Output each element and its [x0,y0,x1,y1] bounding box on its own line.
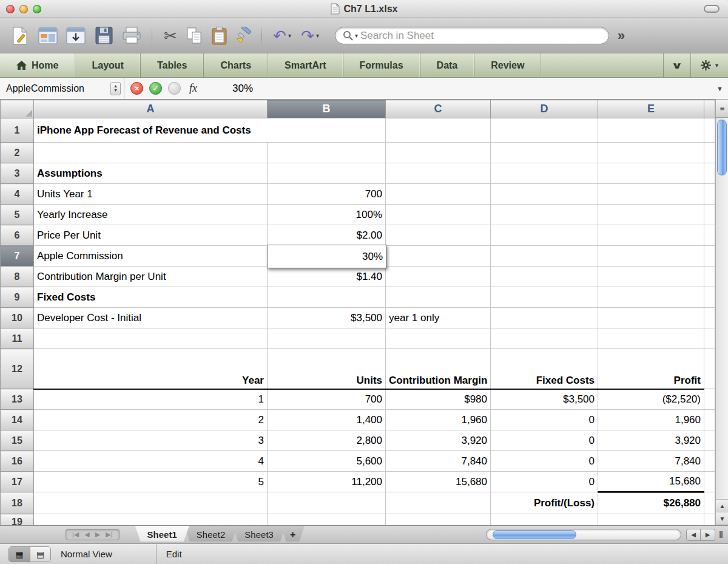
cell[interactable] [598,246,704,267]
row-header[interactable]: 8 [1,267,34,287]
cell-a17[interactable]: 5 [34,472,268,492]
row-header[interactable]: 14 [1,410,34,430]
name-box-stepper[interactable] [110,82,121,95]
cell[interactable] [598,143,704,163]
scroll-right-button[interactable] [701,529,715,541]
row-header[interactable]: 11 [1,328,34,349]
cell[interactable] [491,246,598,267]
cell[interactable] [386,205,491,225]
row-header[interactable]: 16 [1,451,34,472]
paste-button[interactable] [207,22,231,49]
cell[interactable] [491,143,598,163]
row-header[interactable]: 5 [1,205,34,225]
cell-d18[interactable]: Profit/(Loss) [491,492,598,514]
cell-a16[interactable]: 4 [34,451,268,472]
cell[interactable] [386,267,491,287]
ribbon-collapse-button[interactable]: ∨ [663,53,690,77]
cell[interactable] [598,184,704,205]
add-sheet-button[interactable]: + [281,526,305,542]
formula-bar-expand-button[interactable] [716,85,723,92]
cell-b15[interactable]: 2,800 [268,430,386,451]
horizontal-scroll-thumb[interactable] [493,530,576,539]
vertical-scroll-thumb[interactable] [717,120,727,175]
cell[interactable] [268,328,386,349]
cell-a7[interactable]: Apple Commission [34,246,268,267]
cancel-entry-button[interactable] [130,82,143,95]
pane-splitter-handle[interactable] [719,530,723,540]
cell-e15[interactable]: 3,920 [598,430,704,451]
row-header[interactable]: 1 [1,118,34,143]
column-header-a[interactable]: A [34,100,268,118]
cell-c17[interactable]: 15,680 [386,472,491,492]
cell[interactable] [598,267,704,287]
cell[interactable] [598,287,704,308]
cell[interactable] [268,492,386,514]
cell[interactable] [491,163,598,184]
vertical-scroll-track[interactable] [716,118,728,499]
cell-e18[interactable]: $26,880 [598,492,704,514]
scroll-down-button[interactable] [716,512,728,525]
cell[interactable] [598,163,704,184]
undo-button[interactable] [268,22,296,49]
name-box[interactable]: AppleCommission [0,78,124,99]
cell-a4[interactable]: Units Year 1 [34,184,268,205]
row-header[interactable]: 3 [1,163,34,184]
row-header[interactable]: 10 [1,308,34,328]
toolbar-toggle-button[interactable] [704,5,720,13]
next-sheet-button[interactable] [95,531,100,538]
cell[interactable] [386,287,491,308]
active-cell-b7[interactable]: 30% [268,246,386,267]
cell[interactable] [491,287,598,308]
copy-button[interactable] [183,22,207,49]
cell-a1[interactable]: iPhone App Forecast of Revenue and Costs [34,118,268,143]
cell-a6[interactable]: Price Per Unit [34,225,268,246]
tab-sheet1[interactable]: Sheet1 [135,526,189,542]
cell[interactable] [268,287,386,308]
page-layout-view-button[interactable] [30,547,50,562]
cell-a13[interactable]: 1 [34,389,268,410]
cell-c12[interactable]: Contribution Margin [386,349,491,389]
previous-sheet-button[interactable] [84,531,89,538]
column-header-c[interactable]: C [386,100,491,118]
last-sheet-button[interactable] [106,531,112,538]
cell-e16[interactable]: 7,840 [598,451,704,472]
cell-a5[interactable]: Yearly Increase [34,205,268,225]
cell[interactable] [386,184,491,205]
cell-c10[interactable]: year 1 only [386,308,491,328]
search-field[interactable] [335,27,609,44]
cell[interactable] [386,163,491,184]
row-header[interactable]: 12 [1,349,34,389]
print-button[interactable] [118,22,146,49]
new-workbook-button[interactable] [6,22,34,49]
import-button[interactable] [62,22,90,49]
cell-a10[interactable]: Developer Cost - Initial [34,308,268,328]
row-header[interactable]: 9 [1,287,34,308]
cell-e14[interactable]: 1,960 [598,410,704,430]
cell[interactable] [386,328,491,349]
cell-edit-box[interactable]: 30% [267,245,386,268]
cell-b12[interactable]: Units [268,349,386,389]
tab-smartart[interactable]: SmartArt [268,53,343,77]
normal-view-button[interactable] [9,547,30,562]
cell-b13[interactable]: 700 [268,389,386,410]
search-input[interactable] [360,30,601,42]
cell[interactable] [598,328,704,349]
row-header[interactable]: 17 [1,472,34,492]
cell-b17[interactable]: 11,200 [268,472,386,492]
cell[interactable] [386,225,491,246]
first-sheet-button[interactable] [72,531,79,538]
cell[interactable] [491,225,598,246]
formula-builder-button[interactable] [168,82,181,95]
cell[interactable] [491,118,598,143]
close-window-button[interactable] [6,5,15,13]
redo-button[interactable] [296,22,324,49]
cell-b5[interactable]: 100% [268,205,386,225]
tab-home[interactable]: Home [0,53,75,77]
cell-d12[interactable]: Fixed Costs [491,349,598,389]
cell-b8[interactable]: $1.40 [268,267,386,287]
cell-d15[interactable]: 0 [491,430,598,451]
cell-c14[interactable]: 1,960 [386,410,491,430]
scroll-left-button[interactable] [686,529,701,541]
cell[interactable] [386,246,491,267]
cell-d17[interactable]: 0 [491,472,598,492]
